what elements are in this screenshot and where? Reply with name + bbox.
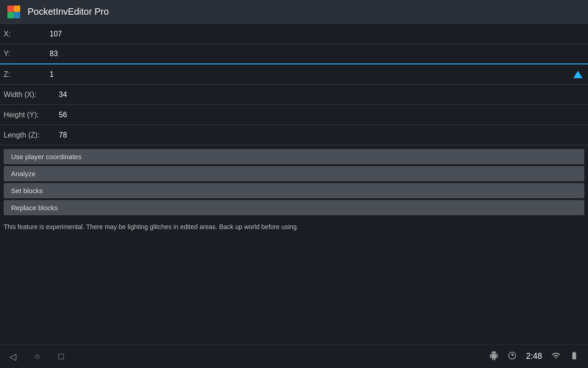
replace-blocks-button[interactable]: Replace blocks (4, 200, 584, 215)
set-blocks-button[interactable]: Set blocks (4, 183, 584, 198)
analyze-button[interactable]: Analyze (4, 166, 584, 181)
y-label: Y: (4, 50, 50, 58)
height-input[interactable] (59, 111, 151, 119)
wifi-icon (551, 351, 560, 362)
nav-right: 2:48 (489, 351, 579, 362)
battery-icon (570, 351, 579, 362)
clock: 2:48 (526, 351, 542, 361)
android-icon (489, 351, 498, 362)
z-row: Z: (0, 64, 588, 85)
warning-message: This feature is experimental. There may … (4, 223, 299, 230)
width-input[interactable] (59, 91, 151, 99)
z-label: Z: (4, 70, 50, 79)
x-label: X: (4, 30, 50, 38)
app-bar: PocketInvEditor Pro (0, 0, 588, 24)
svg-rect-1 (14, 6, 20, 12)
width-label: Width (X): (4, 91, 59, 99)
app-title: PocketInvEditor Pro (28, 6, 109, 17)
x-row: X: (0, 24, 588, 44)
length-row: Length (Z): (0, 125, 588, 145)
warning-text: This feature is experimental. There may … (0, 219, 588, 236)
main-content: X: Y: Z: Width (X): Height (Y): Length (… (0, 24, 588, 236)
arrow-up-icon (573, 71, 582, 78)
app-icon (6, 4, 22, 20)
buttons-section: Use player coordinates Analyze Set block… (0, 145, 588, 219)
svg-rect-3 (14, 12, 20, 18)
svg-rect-2 (7, 12, 14, 18)
use-player-coords-button[interactable]: Use player coordinates (4, 149, 584, 164)
x-input[interactable] (50, 30, 584, 38)
height-label: Height (Y): (4, 111, 59, 119)
home-button[interactable]: ○ (34, 351, 40, 362)
recent-apps-button[interactable]: □ (58, 351, 64, 362)
back-button[interactable]: ◁ (9, 351, 16, 362)
y-row: Y: (0, 44, 588, 64)
z-slider-arrow[interactable] (571, 68, 584, 81)
svg-rect-0 (7, 6, 14, 12)
nav-bar: ◁ ○ □ 2:48 (0, 344, 588, 368)
y-input[interactable] (50, 50, 584, 58)
length-label: Length (Z): (4, 131, 59, 139)
usb-icon (508, 351, 517, 362)
width-row: Width (X): (0, 85, 588, 105)
length-input[interactable] (59, 131, 151, 139)
height-row: Height (Y): (0, 105, 588, 125)
z-input[interactable] (50, 70, 568, 79)
nav-left: ◁ ○ □ (9, 351, 64, 362)
z-slider-container (50, 68, 584, 81)
